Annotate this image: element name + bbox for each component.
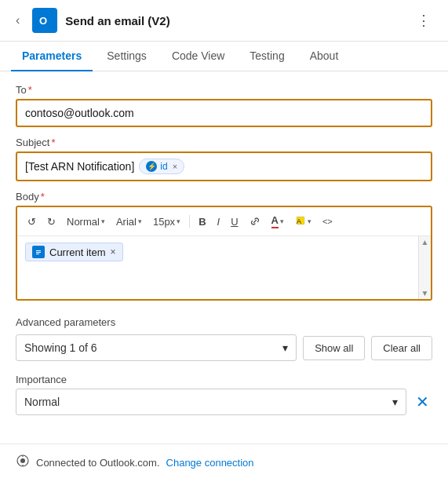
importance-row: Normal ▾ ✕: [16, 389, 432, 415]
subject-static-text: [Test ARN Notification]: [25, 160, 134, 173]
advanced-section-label: Advanced parameters: [16, 316, 432, 328]
to-input[interactable]: [16, 99, 432, 127]
importance-chevron-icon: ▾: [392, 396, 398, 408]
importance-clear-button[interactable]: ✕: [413, 389, 432, 414]
subject-token[interactable]: ⚡ id ×: [139, 159, 184, 174]
importance-dropdown[interactable]: Normal ▾: [16, 389, 406, 415]
token-label: id: [160, 161, 167, 172]
back-button[interactable]: ‹: [11, 12, 24, 29]
scroll-up-button[interactable]: ▲: [421, 238, 429, 246]
advanced-dropdown-value: Showing 1 of 6: [24, 341, 97, 354]
font-chevron-icon: ▾: [138, 217, 142, 225]
scroll-down-button[interactable]: ▼: [421, 289, 429, 297]
style-label: Normal: [67, 216, 100, 228]
current-item-chip[interactable]: Current item ×: [25, 243, 123, 261]
body-editor: ↺ ↻ Normal ▾ Arial ▾ 15px ▾ B I U: [16, 206, 432, 301]
clear-all-button[interactable]: Clear all: [371, 336, 432, 360]
bold-button[interactable]: B: [195, 214, 209, 230]
page-title: Send an email (V2): [65, 14, 169, 27]
editor-content[interactable]: Current item ×: [25, 243, 423, 261]
toolbar-separator-1: [189, 215, 190, 228]
advanced-section: Advanced parameters Showing 1 of 6 ▾ Sho…: [16, 316, 432, 361]
importance-section: Importance Normal ▾ ✕: [16, 374, 432, 415]
to-label: To*: [16, 84, 432, 96]
advanced-row: Showing 1 of 6 ▾ Show all Clear all: [16, 334, 432, 361]
style-chevron-icon: ▾: [101, 217, 105, 225]
importance-label: Importance: [16, 374, 432, 385]
tabs-bar: Parameters Settings Code View Testing Ab…: [0, 42, 448, 71]
link-icon: [249, 216, 260, 227]
font-dropdown[interactable]: Arial ▾: [112, 214, 146, 230]
body-label: Body*: [16, 191, 432, 203]
editor-toolbar: ↺ ↻ Normal ▾ Arial ▾ 15px ▾ B I U: [17, 207, 431, 236]
font-color-label: A: [271, 214, 279, 228]
svg-rect-7: [36, 254, 39, 254]
current-item-label: Current item: [49, 246, 106, 258]
chip-icon: [32, 246, 45, 258]
svg-rect-6: [36, 252, 41, 253]
advanced-dropdown-chevron-icon: ▾: [282, 341, 288, 354]
font-label: Arial: [116, 216, 137, 228]
more-options-button[interactable]: ⋮: [410, 9, 437, 32]
undo-button[interactable]: ↺: [24, 214, 40, 230]
header-left: ‹ O Send an email (V2): [11, 8, 170, 33]
tab-settings[interactable]: Settings: [96, 42, 158, 71]
chip-close-button[interactable]: ×: [111, 246, 116, 257]
editor-scrollbar[interactable]: ▲ ▼: [418, 236, 431, 299]
token-close-button[interactable]: ×: [173, 162, 177, 171]
underline-button[interactable]: U: [227, 214, 242, 230]
connection-icon: [16, 454, 30, 471]
italic-button[interactable]: I: [213, 214, 224, 230]
subject-label: Subject*: [16, 137, 432, 148]
advanced-dropdown[interactable]: Showing 1 of 6 ▾: [16, 334, 297, 361]
show-all-button[interactable]: Show all: [303, 336, 365, 360]
change-connection-link[interactable]: Change connection: [166, 457, 254, 469]
subject-input-wrapper[interactable]: [Test ARN Notification] ⚡ id ×: [16, 151, 432, 181]
highlight-dropdown[interactable]: A ▾: [291, 213, 315, 231]
font-color-dropdown[interactable]: A ▾: [268, 212, 288, 231]
link-button[interactable]: [246, 214, 264, 229]
svg-text:A: A: [297, 217, 301, 225]
header: ‹ O Send an email (V2) ⋮: [0, 0, 448, 42]
tab-testing[interactable]: Testing: [239, 42, 295, 71]
svg-point-9: [20, 458, 25, 463]
font-color-chevron-icon: ▾: [280, 217, 284, 225]
size-label: 15px: [153, 216, 175, 228]
connection-text: Connected to Outlook.com.: [36, 457, 160, 469]
size-chevron-icon: ▾: [177, 217, 180, 225]
editor-body[interactable]: Current item × ▲ ▼: [17, 236, 431, 299]
to-field-group: To*: [16, 84, 432, 127]
app-icon: O: [32, 8, 57, 33]
footer: Connected to Outlook.com. Change connect…: [0, 443, 448, 480]
redo-button[interactable]: ↻: [43, 214, 60, 230]
tab-code-view[interactable]: Code View: [161, 42, 235, 71]
source-button[interactable]: <>: [319, 214, 337, 228]
main-content: To* Subject* [Test ARN Notification] ⚡ i…: [0, 71, 448, 428]
importance-value: Normal: [24, 396, 60, 408]
highlight-icon: A: [295, 215, 306, 228]
svg-rect-5: [36, 250, 41, 251]
body-field-group: Body* ↺ ↻ Normal ▾ Arial ▾ 15px ▾: [16, 191, 432, 301]
tab-parameters[interactable]: Parameters: [11, 42, 93, 71]
size-dropdown[interactable]: 15px ▾: [149, 214, 184, 230]
svg-text:O: O: [39, 15, 47, 27]
subject-field-group: Subject* [Test ARN Notification] ⚡ id ×: [16, 137, 432, 181]
highlight-chevron-icon: ▾: [308, 217, 311, 225]
token-icon: ⚡: [146, 161, 157, 172]
style-dropdown[interactable]: Normal ▾: [63, 214, 109, 230]
tab-about[interactable]: About: [299, 42, 350, 71]
